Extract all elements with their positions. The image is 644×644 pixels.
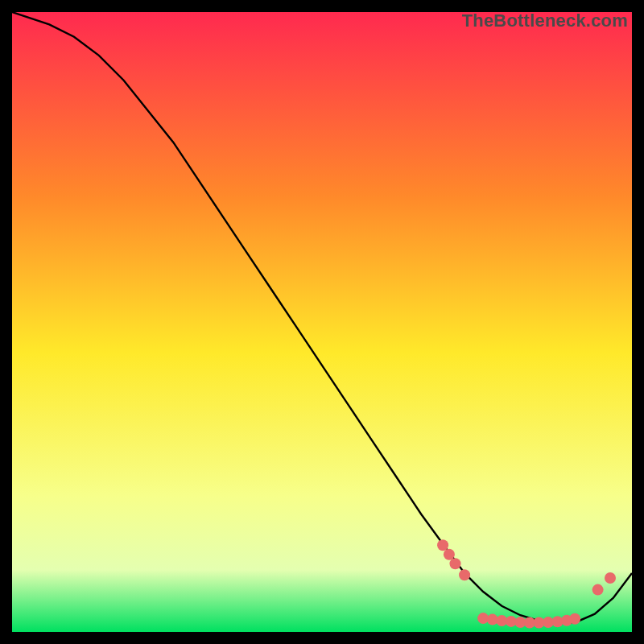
marker-dot: [459, 569, 470, 580]
marker-dot: [605, 572, 616, 584]
marker-dot: [450, 558, 461, 569]
chart-frame: TheBottleneck.com: [12, 12, 632, 632]
watermark-text: TheBottleneck.com: [462, 10, 628, 31]
chart-svg: [12, 12, 632, 632]
gradient-background: [12, 12, 632, 632]
marker-dot: [437, 539, 448, 551]
marker-dot: [592, 584, 604, 596]
marker-dot: [569, 613, 580, 625]
marker-dot: [444, 549, 455, 560]
